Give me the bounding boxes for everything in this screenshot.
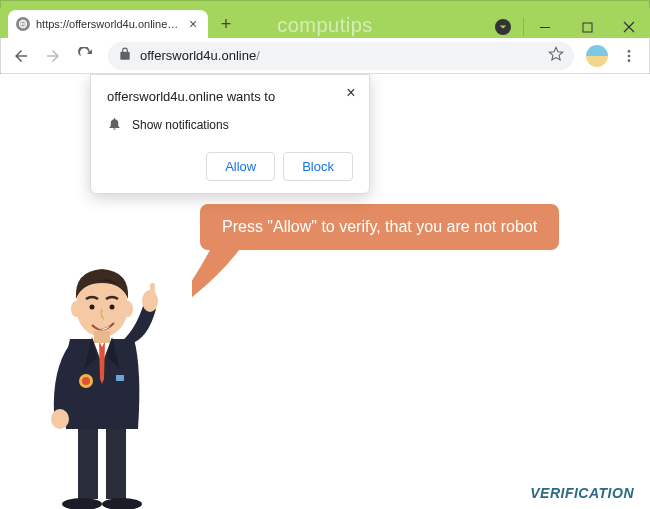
bell-icon [107, 116, 122, 134]
svg-rect-5 [78, 429, 98, 499]
svg-point-3 [628, 54, 631, 57]
tab-strip: computips https://offersworld4u.online/?… [0, 8, 650, 38]
permission-row: Show notifications [107, 116, 353, 134]
svg-point-4 [628, 59, 631, 62]
reload-button[interactable] [70, 41, 100, 71]
profile-avatar[interactable] [586, 45, 608, 67]
window-controls [482, 8, 650, 46]
svg-rect-1 [583, 23, 592, 32]
close-icon[interactable]: × [341, 83, 361, 103]
url-text: offersworld4u.online/ [140, 48, 540, 63]
watermark: computips [277, 14, 373, 37]
svg-rect-6 [106, 429, 126, 499]
svg-point-16 [71, 301, 81, 317]
close-window-button[interactable] [608, 8, 650, 46]
tab-title: https://offersworld4u.online/?sou [36, 18, 180, 30]
svg-rect-0 [540, 27, 550, 28]
svg-point-9 [51, 409, 69, 429]
minimize-button[interactable] [524, 8, 566, 46]
svg-point-7 [62, 498, 102, 509]
forward-button[interactable] [38, 41, 68, 71]
account-button[interactable] [482, 8, 524, 46]
browser-tab[interactable]: https://offersworld4u.online/?sou × [8, 10, 208, 38]
globe-icon [16, 17, 30, 31]
url-path: / [256, 48, 260, 63]
svg-rect-20 [94, 331, 110, 343]
permission-prompt: × offersworld4u.online wants to Show not… [90, 74, 370, 194]
prompt-origin: offersworld4u.online wants to [107, 89, 353, 104]
svg-point-17 [123, 301, 133, 317]
chevron-down-icon [495, 19, 511, 35]
svg-point-18 [90, 305, 95, 310]
prompt-actions: Allow Block [107, 152, 353, 181]
maximize-button[interactable] [566, 8, 608, 46]
permission-label: Show notifications [132, 118, 229, 132]
verification-label: VERIFICATION [530, 485, 634, 501]
speech-bubble: Press "Allow" to verify, that you are no… [200, 204, 559, 250]
lock-icon [118, 47, 132, 64]
allow-button[interactable]: Allow [206, 152, 275, 181]
businessman-illustration [22, 229, 182, 509]
svg-point-2 [628, 50, 631, 53]
bubble-text: Press "Allow" to verify, that you are no… [200, 204, 559, 250]
svg-point-19 [110, 305, 115, 310]
new-tab-button[interactable]: + [214, 12, 238, 36]
svg-point-8 [102, 498, 142, 509]
svg-rect-14 [116, 375, 124, 381]
close-icon[interactable]: × [186, 17, 200, 31]
url-host: offersworld4u.online [140, 48, 256, 63]
back-button[interactable] [6, 41, 36, 71]
page-content: × offersworld4u.online wants to Show not… [0, 74, 650, 509]
svg-point-13 [82, 377, 90, 385]
bookmark-icon[interactable] [548, 46, 564, 65]
block-button[interactable]: Block [283, 152, 353, 181]
titlebar [0, 0, 650, 8]
svg-rect-11 [150, 283, 155, 299]
